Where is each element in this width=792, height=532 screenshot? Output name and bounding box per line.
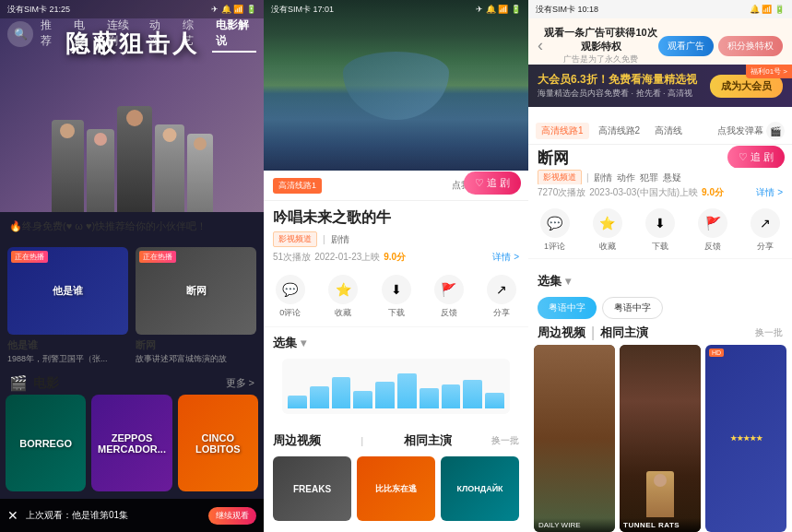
p3-status-icons: 🔔 📶 🔋 xyxy=(750,5,785,14)
p2-detail-link[interactable]: 详情 > xyxy=(492,251,519,264)
action-download[interactable]: ⬇ 下载 xyxy=(370,275,422,319)
p3-detail-link[interactable]: 详情 > xyxy=(756,186,783,199)
p2-video-title: 吟唱未来之歌的牛 xyxy=(264,201,528,231)
p2-quality-badge[interactable]: 高清线路1 xyxy=(273,178,322,194)
p2-switch-btn[interactable]: 换一批 xyxy=(491,434,519,447)
action-feedback[interactable]: 🚩 反馈 xyxy=(422,275,475,319)
p3-points-button[interactable]: 积分换特权 xyxy=(718,36,783,56)
collect-icon: ⭐ xyxy=(328,275,358,304)
p3-action-download[interactable]: ⬇ 下载 xyxy=(633,208,686,253)
p3-rating: 9.0分 xyxy=(702,186,724,199)
p1-status-bar: 没有SIM卡 21:25 ✈ 🔔 📶 🔋 xyxy=(0,0,264,18)
action-collect[interactable]: ⭐ 收藏 xyxy=(316,275,369,319)
p3-ep-tab-cn[interactable]: 粤语中字 xyxy=(602,297,663,319)
p1-search-icon[interactable]: 🔍 xyxy=(7,21,33,47)
p1-movie-row: 正在热播 他是谁 他是谁 1988年，刑警卫国平（张... 正在热播 断网 断网… xyxy=(0,247,264,365)
p3-barrage-icon: 🎬 xyxy=(766,122,785,140)
bar-10 xyxy=(485,393,504,408)
p3-action-comment[interactable]: 💬 1评论 xyxy=(528,208,581,253)
p3-genre-1: 剧情 xyxy=(594,171,612,184)
p3-bottom-grid: DAILY WIRE TUNNEL RATS ★★★★★ HD xyxy=(528,345,792,532)
download-icon: ⬇ xyxy=(382,275,411,304)
p3-follow-button[interactable]: ♡ 追 剧 xyxy=(727,146,785,169)
p3-genre-2: 动作 xyxy=(617,171,635,184)
tab-movie[interactable]: 电影 xyxy=(70,16,96,53)
bar-9 xyxy=(463,380,482,408)
p3-bottom-card-tunnel-rats[interactable]: TUNNEL RATS xyxy=(620,345,701,532)
p2-actions-bar: 💬 0评论 ⭐ 收藏 ⬇ 下载 🚩 反馈 ↗ 分享 xyxy=(264,267,528,327)
p1-nav-tabs: 推荐 电影 连续剧 动漫 综艺 电影解说 xyxy=(37,16,256,53)
action-comment-label: 0评论 xyxy=(279,307,301,319)
nearby-card-2[interactable]: 比比东在逃 xyxy=(357,456,435,521)
p3-collect-icon: ⭐ xyxy=(593,208,622,238)
p3-quality-tab-1[interactable]: 高清线路1 xyxy=(536,123,589,139)
p1-film-section: 🎬 电影 更多 > xyxy=(0,369,264,397)
toast-close-icon[interactable]: ✕ xyxy=(7,508,18,523)
action-comment[interactable]: 💬 0评论 xyxy=(264,275,316,319)
bar-7 xyxy=(420,388,439,408)
p3-bottom-card-3[interactable]: ★★★★★ HD xyxy=(705,345,786,532)
p3-quality-bar: 高清线路1 高清线路2 高清线 点我发弹幕 🎬 xyxy=(528,118,792,145)
p3-nearby-title: 周边视频 xyxy=(538,325,585,341)
movie1-overlay: 他是谁 xyxy=(7,247,128,335)
p3-barrage-label: 点我发弹幕 xyxy=(717,124,763,137)
tab-variety[interactable]: 综艺 xyxy=(179,16,205,53)
film-section-more[interactable]: 更多 > xyxy=(226,376,254,390)
p3-actions-bar: 💬 1评论 ⭐ 收藏 ⬇ 下载 🚩 反馈 ↗ 分享 xyxy=(528,203,792,259)
p3-watch-ad-button[interactable]: 观看广告 xyxy=(658,36,714,56)
p3-card1-label: DAILY WIRE xyxy=(534,518,615,532)
p3-action-collect[interactable]: ⭐ 收藏 xyxy=(581,208,633,253)
p1-nav: 🔍 推荐 电影 连续剧 动漫 综艺 电影解说 xyxy=(0,18,264,50)
p3-bottom-card-1[interactable]: DAILY WIRE xyxy=(534,345,615,532)
zeppos-title: ZEPPOS MERCADOR... xyxy=(91,395,171,491)
p3-switch-btn[interactable]: 换一批 xyxy=(755,326,783,339)
p3-follow-label: 追 剧 xyxy=(751,150,774,164)
p3-tunnel-rats-label: TUNNEL RATS xyxy=(620,518,701,532)
movie-card-1[interactable]: 正在热播 他是谁 他是谁 1988年，刑警卫国平（张... xyxy=(7,247,128,365)
action-share-label: 分享 xyxy=(493,307,510,319)
p1-promo-banner: 🔥终身免费(♥ ω ♥)快推荐给你的小伙伴吧！ xyxy=(0,214,264,239)
p2-nearby-grid: FREAKS 比比东在逃 КЛОНДАЙК xyxy=(273,456,519,521)
p1-status-time: 没有SIM卡 21:25 xyxy=(7,4,70,16)
action-share[interactable]: ↗ 分享 xyxy=(476,275,528,319)
p3-ep-tab-cantonese[interactable]: 粤语中字 xyxy=(538,297,597,319)
tab-film-explain[interactable]: 电影解说 xyxy=(212,16,256,53)
p3-action-share[interactable]: ↗ 分享 xyxy=(739,208,792,253)
p1-promo-text: 🔥终身免费(♥ ω ♥)快推荐给你的小伙伴吧！ xyxy=(9,219,207,233)
p3-barrage-button[interactable]: 点我发弹幕 🎬 xyxy=(717,122,785,140)
p3-ad-title: 观看一条广告可获得10次观影特权 xyxy=(543,26,658,53)
p3-quality-tab-3[interactable]: 高清线 xyxy=(649,123,688,139)
p3-quality-tab-2[interactable]: 高清线路2 xyxy=(593,123,646,139)
p2-play-count: 51次播放 xyxy=(273,251,311,264)
nearby-card-freaks[interactable]: FREAKS xyxy=(273,456,351,521)
p3-action-download-label: 下载 xyxy=(652,241,668,253)
p3-genre-3: 犯罪 xyxy=(640,171,658,184)
p3-ep-tabs: 粤语中字 粤语中字 xyxy=(538,297,783,319)
tab-recommend[interactable]: 推荐 xyxy=(37,16,63,53)
continue-watch-button[interactable]: 继续观看 xyxy=(208,507,256,525)
p2-follow-button[interactable]: ♡ 追 剧 xyxy=(464,171,521,195)
p2-nearby-section: 周边视频 | 相同主演 换一批 FREAKS 比比东在逃 КЛОНДАЙК xyxy=(264,425,528,528)
tab-series[interactable]: 连续剧 xyxy=(103,16,138,53)
movie-card-2[interactable]: 正在热播 断网 断网 故事讲述邓富城饰演的故 xyxy=(136,247,256,365)
toast-text: 上次观看：他是谁第01集 xyxy=(26,509,201,522)
p2-rating: 9.0分 xyxy=(384,251,406,264)
p2-status-icons: ✈ 🔔 📶 🔋 xyxy=(476,5,521,14)
p2-episodes-section: 选集 ▾ xyxy=(264,327,528,425)
p2-video-player[interactable] xyxy=(264,0,528,171)
p3-action-feedback[interactable]: 🚩 反馈 xyxy=(687,208,739,253)
nearby-card-3[interactable]: КЛОНДАЙК xyxy=(441,456,519,521)
bar-6 xyxy=(397,373,417,408)
bar-3 xyxy=(332,377,351,408)
bottom-movie-1[interactable]: BORREGO xyxy=(6,395,86,491)
tab-anime[interactable]: 动漫 xyxy=(146,16,171,53)
bottom-movie-3[interactable]: CINCO LOBITOS xyxy=(178,395,258,491)
p1-toast-bar: ✕ 上次观看：他是谁第01集 继续观看 xyxy=(0,499,264,532)
p2-bar-chart[interactable] xyxy=(282,359,510,414)
bottom-movie-2[interactable]: ZEPPOS MERCADOR... xyxy=(91,395,171,491)
p3-comment-icon: 💬 xyxy=(540,208,570,238)
p3-download-icon: ⬇ xyxy=(645,208,675,238)
p3-hd-badge: HD xyxy=(709,349,724,357)
p2-meta-row: 51次播放 2022-01-23上映 9.0分 详情 > xyxy=(264,247,528,267)
p3-episodes-title: 选集 ▾ xyxy=(538,273,783,290)
